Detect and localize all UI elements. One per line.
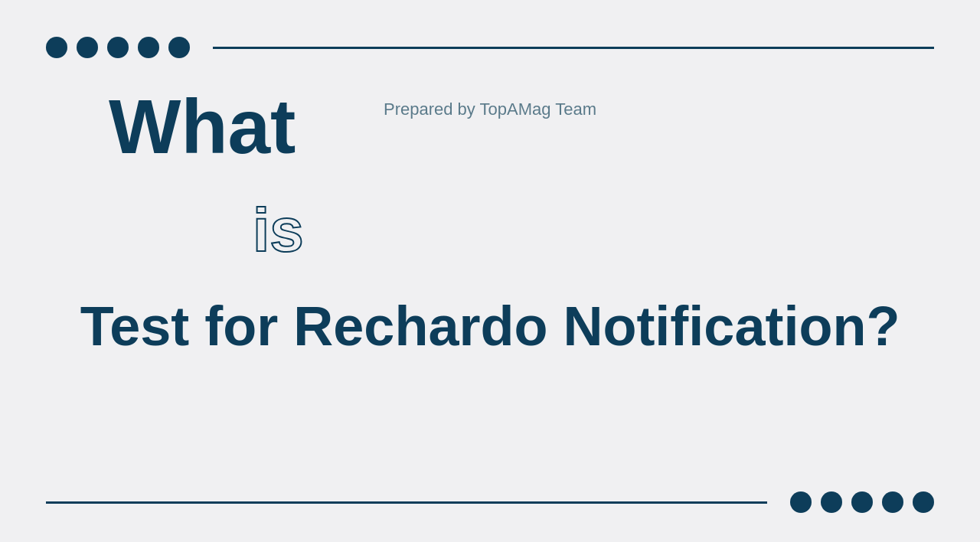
bottom-decoration-bar bbox=[0, 491, 980, 513]
dot-b4 bbox=[882, 491, 903, 513]
dot-b5 bbox=[913, 491, 934, 513]
top-dots bbox=[46, 37, 190, 58]
dot-3 bbox=[107, 37, 129, 58]
dot-2 bbox=[77, 37, 98, 58]
top-decoration-bar bbox=[0, 37, 980, 58]
main-title: Test for Rechardo Notification? bbox=[0, 299, 980, 354]
dot-4 bbox=[138, 37, 159, 58]
prepared-by-text: Prepared by TopAMag Team bbox=[384, 100, 596, 119]
dot-b2 bbox=[821, 491, 842, 513]
bottom-dots bbox=[790, 491, 934, 513]
dot-1 bbox=[46, 37, 67, 58]
what-heading: What bbox=[109, 88, 296, 165]
dot-5 bbox=[168, 37, 190, 58]
is-heading: is bbox=[253, 195, 304, 266]
bottom-line bbox=[46, 501, 767, 504]
dot-b1 bbox=[790, 491, 812, 513]
dot-b3 bbox=[851, 491, 873, 513]
top-line bbox=[213, 47, 934, 49]
